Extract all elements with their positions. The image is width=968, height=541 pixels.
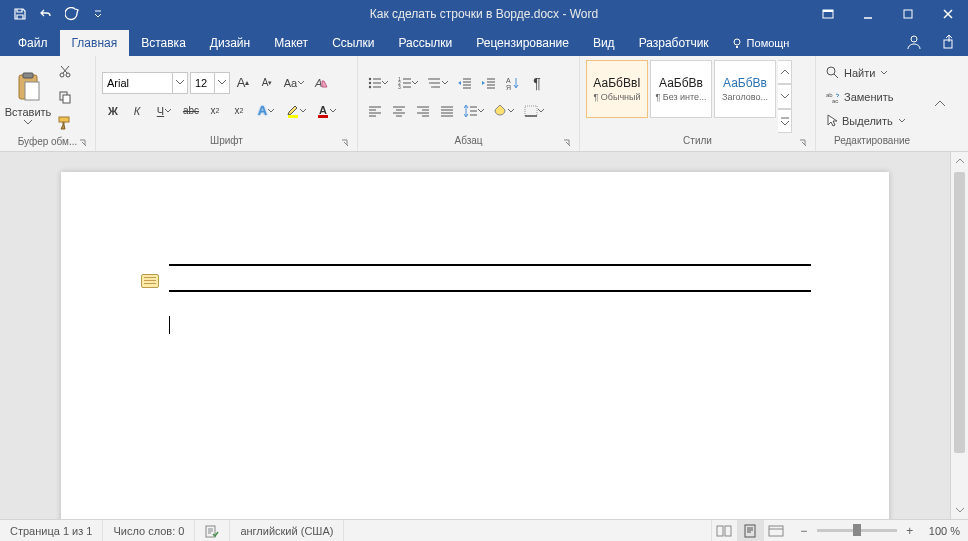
shading-button[interactable] <box>490 100 518 122</box>
increase-indent-button[interactable] <box>478 72 500 94</box>
view-read-button[interactable] <box>711 520 737 541</box>
font-name-drop[interactable] <box>172 72 188 94</box>
vertical-scrollbar[interactable] <box>950 152 968 519</box>
comment-marker-icon[interactable] <box>141 274 159 288</box>
tab-references[interactable]: Ссылки <box>320 30 386 56</box>
scroll-up-button[interactable] <box>951 152 968 170</box>
undo-button[interactable] <box>34 3 58 25</box>
format-painter-button[interactable] <box>54 112 76 134</box>
cut-button[interactable] <box>54 60 76 82</box>
style-heading1[interactable]: АаБбВвЗаголово... <box>714 60 776 118</box>
zoom-slider[interactable] <box>817 529 897 532</box>
multilevel-list-button[interactable] <box>424 72 452 94</box>
scroll-track[interactable] <box>951 170 968 501</box>
text-line[interactable] <box>169 316 811 336</box>
font-color-button[interactable]: A <box>312 100 340 122</box>
align-right-button[interactable] <box>412 100 434 122</box>
tab-home[interactable]: Главная <box>60 30 130 56</box>
change-case-button[interactable]: Aa <box>280 72 308 94</box>
borders-button[interactable] <box>520 100 548 122</box>
font-size-drop[interactable] <box>214 72 230 94</box>
subscript-button[interactable]: x2 <box>204 100 226 122</box>
shrink-font-button[interactable]: A▾ <box>256 72 278 94</box>
numbering-button[interactable]: 123 <box>394 72 422 94</box>
paragraph-dialog-launcher[interactable] <box>561 137 573 149</box>
tab-view[interactable]: Вид <box>581 30 627 56</box>
tab-layout[interactable]: Макет <box>262 30 320 56</box>
svg-rect-12 <box>63 95 70 103</box>
font-name-input[interactable] <box>102 72 172 94</box>
grow-font-button[interactable]: A▴ <box>232 72 254 94</box>
font-size-combo[interactable] <box>190 72 230 94</box>
highlight-button[interactable] <box>282 100 310 122</box>
select-button[interactable]: Выделить <box>822 110 909 132</box>
svg-point-10 <box>66 73 70 77</box>
view-web-button[interactable] <box>763 520 789 541</box>
styles-up-button[interactable] <box>778 60 792 84</box>
status-language[interactable]: английский (США) <box>230 520 344 541</box>
scroll-thumb[interactable] <box>954 172 965 453</box>
justify-button[interactable] <box>436 100 458 122</box>
styles-down-button[interactable] <box>778 84 792 108</box>
account-button[interactable] <box>896 28 932 56</box>
line-spacing-button[interactable] <box>460 100 488 122</box>
svg-text:A: A <box>314 77 322 89</box>
scroll-down-button[interactable] <box>951 501 968 519</box>
tab-insert[interactable]: Вставка <box>129 30 198 56</box>
status-page[interactable]: Страница 1 из 1 <box>0 520 103 541</box>
tab-file[interactable]: Файл <box>6 30 60 56</box>
tell-me-button[interactable]: Помощн <box>721 30 800 56</box>
save-button[interactable] <box>8 3 32 25</box>
styles-more-button[interactable] <box>778 109 792 133</box>
text-effects-button[interactable]: A <box>252 100 280 122</box>
styles-dialog-launcher[interactable] <box>797 137 809 149</box>
close-button[interactable] <box>928 0 968 28</box>
replace-button[interactable]: abacЗаменить <box>822 86 909 108</box>
status-proofing[interactable] <box>195 520 230 541</box>
underline-button[interactable]: Ч <box>150 100 178 122</box>
copy-button[interactable] <box>54 86 76 108</box>
italic-button[interactable]: К <box>126 100 148 122</box>
minimize-button[interactable] <box>848 0 888 28</box>
clipboard-dialog-launcher[interactable] <box>77 137 89 149</box>
share-button[interactable] <box>932 28 968 56</box>
style-no-spacing[interactable]: АаБбВв¶ Без инте... <box>650 60 712 118</box>
redo-button[interactable] <box>60 3 84 25</box>
show-marks-button[interactable]: ¶ <box>526 72 548 94</box>
collapse-ribbon-button[interactable] <box>928 56 952 151</box>
tab-review[interactable]: Рецензирование <box>464 30 581 56</box>
strikethrough-button[interactable]: abc <box>180 100 202 122</box>
page[interactable] <box>61 172 889 519</box>
find-button[interactable]: Найти <box>822 62 909 84</box>
paste-button[interactable]: Вставить <box>6 60 50 134</box>
statusbar: Страница 1 из 1 Число слов: 0 английский… <box>0 519 968 541</box>
tab-design[interactable]: Дизайн <box>198 30 262 56</box>
ribbon-display-button[interactable] <box>808 0 848 28</box>
qat-customize-button[interactable] <box>86 3 110 25</box>
svg-text:A: A <box>319 104 327 116</box>
zoom-out-button[interactable]: − <box>797 524 811 538</box>
document-scroll[interactable] <box>0 152 950 519</box>
zoom-in-button[interactable]: + <box>903 524 917 538</box>
clear-formatting-button[interactable]: A <box>310 72 332 94</box>
style-normal[interactable]: АаБбВвI¶ Обычный <box>586 60 648 118</box>
styles-gallery: АаБбВвI¶ Обычный АаБбВв¶ Без инте... АаБ… <box>586 60 792 133</box>
tab-developer[interactable]: Разработчик <box>627 30 721 56</box>
decrease-indent-button[interactable] <box>454 72 476 94</box>
status-wordcount[interactable]: Число слов: 0 <box>103 520 195 541</box>
bold-button[interactable]: Ж <box>102 100 124 122</box>
svg-point-20 <box>369 85 371 87</box>
tab-mailings[interactable]: Рассылки <box>386 30 464 56</box>
align-left-button[interactable] <box>364 100 386 122</box>
maximize-button[interactable] <box>888 0 928 28</box>
font-name-combo[interactable] <box>102 72 188 94</box>
font-dialog-launcher[interactable] <box>339 137 351 149</box>
view-print-button[interactable] <box>737 520 763 541</box>
superscript-button[interactable]: x2 <box>228 100 250 122</box>
sort-button[interactable]: AЯ <box>502 72 524 94</box>
bullets-button[interactable] <box>364 72 392 94</box>
align-center-button[interactable] <box>388 100 410 122</box>
zoom-thumb[interactable] <box>853 524 861 536</box>
zoom-value[interactable]: 100 % <box>923 525 960 537</box>
font-size-input[interactable] <box>190 72 214 94</box>
